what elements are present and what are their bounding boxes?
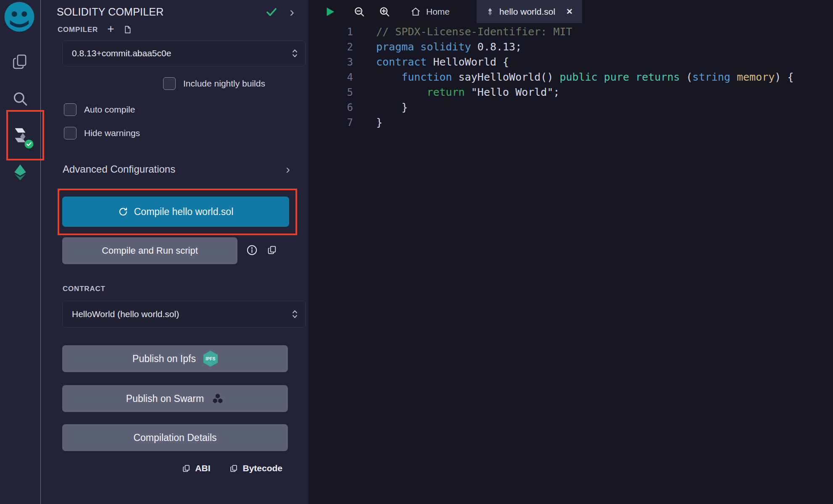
code-line: 5 return "Hello World"; (308, 85, 833, 100)
remix-logo-icon[interactable] (2, 0, 37, 34)
file-explorer-icon[interactable] (9, 51, 31, 73)
tab-hello-world-label: hello world.sol (499, 7, 555, 17)
panel-chevron-right-icon[interactable]: › (290, 5, 294, 18)
solidity-file-icon (486, 8, 494, 16)
editor-tab-bar: Home hello world.sol ✕ (308, 0, 833, 23)
code-line: 1// SPDX-License-Identifier: MIT (308, 24, 833, 39)
publish-swarm-label: Publish on Swarm (126, 393, 204, 404)
open-file-icon[interactable] (123, 25, 132, 34)
contract-select[interactable]: HelloWorld (hello world.sol) (62, 301, 306, 328)
include-nightly-checkbox[interactable] (163, 77, 176, 90)
compiler-section-label: COMPILER (58, 26, 98, 34)
abi-bytecode-row: ABI Bytecode (182, 463, 282, 473)
zoom-out-icon[interactable] (353, 5, 366, 18)
code-lines: 1// SPDX-License-Identifier: MIT2pragma … (308, 24, 833, 130)
compile-and-run-button[interactable]: Compile and Run script (62, 237, 237, 264)
contract-section-label: CONTRACT (63, 285, 105, 293)
compile-button[interactable]: Compile hello world.sol (62, 197, 289, 227)
hide-warnings-label: Hide warnings (84, 128, 140, 138)
publish-swarm-button[interactable]: Publish on Swarm (62, 385, 288, 412)
info-icon[interactable] (246, 244, 258, 256)
compile-and-run-label: Compile and Run script (102, 245, 198, 256)
add-compiler-icon[interactable]: + (107, 23, 114, 35)
copy-bytecode-button[interactable]: Bytecode (229, 463, 282, 473)
compile-success-check-icon (265, 5, 278, 18)
compiler-section: COMPILER + (58, 24, 132, 35)
ipfs-icon: IPFS (203, 351, 218, 367)
compilation-details-button[interactable]: Compilation Details (62, 424, 288, 451)
refresh-icon (118, 207, 128, 217)
icon-sidebar (0, 0, 41, 504)
copy-script-icon[interactable] (267, 245, 277, 255)
code-editor[interactable]: 1// SPDX-License-Identifier: MIT2pragma … (308, 23, 833, 130)
include-nightly-row: Include nightly builds (163, 77, 265, 90)
tab-home-label: Home (426, 7, 450, 17)
deploy-run-icon[interactable] (9, 161, 31, 183)
contract-select-value: HelloWorld (hello world.sol) (72, 309, 179, 319)
solidity-compiler-icon[interactable] (9, 124, 31, 146)
code-line: 4 function sayHelloWorld() public pure r… (308, 70, 833, 85)
abi-label: ABI (195, 463, 210, 473)
bytecode-label: Bytecode (243, 463, 282, 473)
hide-warnings-checkbox[interactable] (64, 127, 76, 139)
compile-button-label: Compile hello world.sol (134, 206, 234, 218)
advanced-chevron-icon[interactable]: › (286, 163, 290, 176)
remix-ide: SOLIDITY COMPILER › COMPILER + 0.8.13+co… (0, 0, 833, 504)
zoom-in-icon[interactable] (378, 5, 391, 18)
swarm-icon (211, 392, 224, 405)
panel-header: SOLIDITY COMPILER › (57, 5, 299, 18)
auto-compile-row: Auto compile (64, 103, 135, 116)
home-icon (410, 6, 421, 17)
solidity-compiler-panel: SOLIDITY COMPILER › COMPILER + 0.8.13+co… (41, 0, 308, 504)
advanced-configurations-row[interactable]: Advanced Configurations › (63, 163, 290, 176)
close-tab-icon[interactable]: ✕ (566, 7, 573, 16)
auto-compile-checkbox[interactable] (64, 103, 76, 116)
code-line: 3contract HelloWorld { (308, 55, 833, 70)
hide-warnings-row: Hide warnings (64, 127, 140, 139)
compiled-check-badge-icon (24, 139, 34, 149)
auto-compile-label: Auto compile (84, 105, 135, 115)
code-line: 7} (308, 115, 833, 130)
editor-area: Home hello world.sol ✕ 1// SPDX-License-… (308, 0, 833, 504)
code-line: 6 } (308, 100, 833, 115)
compiler-version-value: 0.8.13+commit.abaa5c0e (72, 48, 171, 58)
include-nightly-label: Include nightly builds (183, 79, 265, 89)
compiler-version-select[interactable]: 0.8.13+commit.abaa5c0e (62, 40, 306, 66)
publish-ipfs-label: Publish on Ipfs (132, 353, 196, 365)
run-script-play-icon[interactable] (324, 5, 336, 18)
select-carets-icon (292, 48, 298, 58)
tab-hello-world-sol[interactable]: hello world.sol ✕ (477, 0, 582, 23)
copy-abi-button[interactable]: ABI (182, 463, 210, 473)
tab-home[interactable]: Home (405, 0, 455, 23)
code-line: 2pragma solidity 0.8.13; (308, 39, 833, 55)
select-carets-icon (292, 309, 298, 319)
search-icon[interactable] (9, 88, 31, 110)
compilation-details-label: Compilation Details (133, 432, 216, 444)
contract-section: CONTRACT (63, 285, 105, 293)
publish-ipfs-button[interactable]: Publish on Ipfs IPFS (62, 345, 288, 372)
advanced-configurations-label: Advanced Configurations (63, 163, 175, 175)
panel-title: SOLIDITY COMPILER (57, 6, 163, 18)
